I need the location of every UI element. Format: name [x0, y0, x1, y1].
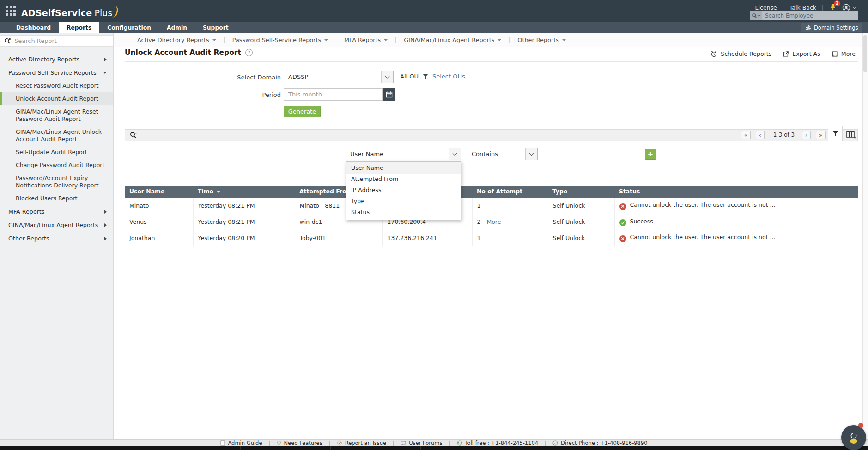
- help-icon[interactable]: ?: [245, 49, 253, 56]
- sidebar-item-gina-unlock-account-audit-report[interactable]: GINA/Mac/Linux Agent Unlock Account Audi…: [0, 126, 113, 146]
- filter-operator-dropdown[interactable]: Contains: [467, 148, 538, 160]
- cell-user-name: Venus: [125, 214, 193, 230]
- license-link[interactable]: License: [749, 4, 783, 11]
- footer-link-label: Need Features: [284, 440, 322, 446]
- more-button[interactable]: More: [832, 50, 856, 57]
- option-type[interactable]: Type: [346, 196, 461, 207]
- col-status[interactable]: Status: [614, 186, 858, 198]
- sidebar-group-gina-mac-linux-agent-reports[interactable]: GINA/Mac/Linux Agent Reports: [0, 218, 113, 232]
- sort-desc-icon[interactable]: [217, 191, 220, 193]
- footer-link-label: Admin Guide: [228, 440, 262, 446]
- group-label: MFA Reports: [8, 208, 44, 215]
- talkback-link[interactable]: Talk Back: [783, 4, 822, 11]
- column-chooser-button[interactable]: [846, 131, 856, 140]
- employee-search-icon[interactable]: [750, 11, 762, 20]
- sidebar-item-self-update-audit-report[interactable]: Self-Update Audit Report: [0, 146, 113, 159]
- option-ip-address[interactable]: IP Address: [346, 185, 461, 196]
- admin-guide-link[interactable]: Admin Guide: [213, 440, 269, 446]
- grid-search-toggle[interactable]: [130, 131, 137, 140]
- pagination-first-button[interactable]: «: [741, 131, 751, 139]
- period-input[interactable]: [284, 88, 383, 101]
- need-features-link[interactable]: Need Features: [270, 440, 329, 446]
- dropdown-chevron: [449, 148, 461, 160]
- nav-active-directory-reports[interactable]: Active Directory Reports: [129, 33, 224, 47]
- sidebar-group-mfa-reports[interactable]: MFA Reports: [0, 205, 113, 218]
- pencil-icon: [337, 440, 342, 446]
- sidebar-item-blocked-users-report[interactable]: Blocked Users Report: [0, 192, 113, 205]
- col-type[interactable]: Type: [548, 186, 614, 198]
- col-time[interactable]: Time: [193, 186, 295, 198]
- filter-field-value: User Name: [346, 150, 449, 157]
- add-column-icon: [846, 131, 856, 139]
- sidebar-item-unlock-account-audit-report[interactable]: Unlock Account Audit Report: [0, 92, 113, 105]
- report-search-input[interactable]: [14, 37, 109, 44]
- option-attempted-from[interactable]: Attempted From: [346, 174, 461, 185]
- schedule-reports-button[interactable]: Schedule Reports: [710, 50, 771, 57]
- phone-icon: [552, 440, 558, 446]
- domain-settings-button[interactable]: Domain Settings: [801, 23, 862, 32]
- option-user-name[interactable]: User Name: [346, 162, 461, 174]
- select-domain-dropdown[interactable]: ADSSP: [284, 71, 394, 83]
- sidebar-item-change-password-audit-report[interactable]: Change Password Audit Report: [0, 159, 113, 172]
- success-status-icon: [619, 219, 626, 226]
- user-forums-link[interactable]: User Forums: [394, 440, 449, 446]
- select-domain-value: ADSSP: [284, 73, 381, 80]
- document-icon: [220, 440, 225, 446]
- report-an-issue-link[interactable]: Report an Issue: [330, 440, 394, 446]
- calendar-button[interactable]: [383, 88, 395, 101]
- generate-button[interactable]: Generate: [284, 106, 321, 117]
- more-label: More: [841, 50, 856, 57]
- toll-free-phone[interactable]: Toll free : +1-844-245-1104: [450, 440, 546, 446]
- pagination-next-button[interactable]: ›: [802, 131, 811, 139]
- cell-attempts: 2 More: [472, 214, 548, 230]
- tab-support[interactable]: Support: [195, 22, 237, 33]
- chat-support-widget[interactable]: [841, 425, 866, 450]
- pagination-prev-button[interactable]: ‹: [756, 131, 765, 139]
- tab-reports[interactable]: Reports: [59, 22, 99, 33]
- main-tab-bar: Dashboard Reports Configuration Admin Su…: [0, 22, 868, 33]
- option-status[interactable]: Status: [346, 207, 461, 218]
- search-filter-icon: [130, 131, 137, 138]
- tab-dashboard[interactable]: Dashboard: [8, 22, 59, 33]
- scrollbar-track[interactable]: [862, 33, 868, 439]
- sidebar-item-reset-password-audit-report[interactable]: Reset Password Audit Report: [0, 79, 113, 92]
- pagination-last-button[interactable]: »: [816, 131, 826, 139]
- select-ous-link[interactable]: Select OUs: [432, 73, 465, 80]
- col-user-name[interactable]: User Name: [125, 186, 193, 198]
- sidebar-group-active-directory-reports[interactable]: Active Directory Reports: [0, 53, 113, 66]
- employee-search: [750, 11, 858, 20]
- nav-mfa-reports[interactable]: MFA Reports: [336, 33, 395, 47]
- sidebar-item-password-account-expiry-notifications-delivery-report[interactable]: Password/Account Expiry Notifications De…: [0, 172, 113, 192]
- nav-gina-mac-linux-agent-reports[interactable]: GINA/Mac/Linux Agent Reports: [396, 33, 509, 47]
- status-text: Success: [630, 218, 653, 225]
- filter-toggle-button[interactable]: [828, 126, 843, 141]
- scrollbar-thumb[interactable]: [863, 35, 867, 72]
- gear-icon: [805, 25, 811, 31]
- cell-time: Yesterday 08:20 PM: [193, 230, 295, 246]
- tab-configuration[interactable]: Configuration: [99, 22, 159, 33]
- col-no-of-attempt[interactable]: No of Attempt: [472, 186, 548, 198]
- export-as-button[interactable]: Export As: [783, 50, 820, 57]
- sidebar-group-other-reports[interactable]: Other Reports: [0, 232, 113, 245]
- nav-other-reports[interactable]: Other Reports: [510, 33, 574, 47]
- divider: [125, 61, 858, 62]
- tab-admin[interactable]: Admin: [159, 22, 195, 33]
- add-filter-button[interactable]: +: [645, 149, 656, 160]
- nav-password-self-service-reports[interactable]: Password Self-Service Reports: [225, 33, 336, 47]
- cell-time: Yesterday 08:21 PM: [193, 214, 295, 230]
- sidebar-report-tree: Active Directory Reports Password Self-S…: [0, 47, 113, 245]
- sidebar-item-gina-reset-password-audit-report[interactable]: GINA/Mac/Linux Agent Reset Password Audi…: [0, 105, 113, 126]
- sidebar-group-password-self-service-reports[interactable]: Password Self-Service Reports: [0, 66, 113, 79]
- more-attempts-link[interactable]: More: [486, 218, 501, 225]
- filter-field-options-panel: User Name Attempted From IP Address Type…: [346, 161, 461, 220]
- apps-grid-icon[interactable]: [6, 6, 16, 16]
- direct-phone[interactable]: Direct Phone : +1-408-916-9890: [546, 440, 654, 446]
- cell-attempts: 1: [472, 230, 548, 246]
- employee-search-input[interactable]: [762, 11, 858, 20]
- table-row: Venus Yesterday 08:21 PM win-dc1 170.60.…: [125, 214, 858, 230]
- chevron-down-icon: [324, 39, 328, 41]
- filter-value-input[interactable]: [546, 148, 637, 160]
- filter-field-dropdown[interactable]: User Name: [346, 148, 461, 160]
- cell-type: Self Unlock: [548, 214, 614, 230]
- chevron-right-icon: [104, 58, 107, 61]
